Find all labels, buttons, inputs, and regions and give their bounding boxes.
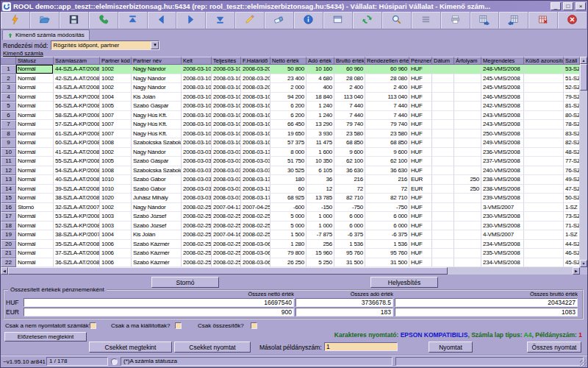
table-cell[interactable]: 6 200	[270, 111, 306, 121]
table-cell[interactable]: Szabó József	[132, 222, 182, 231]
info-button[interactable]	[294, 12, 323, 29]
table-cell[interactable]: HUF	[409, 65, 432, 74]
table-cell[interactable]: Normál	[16, 258, 54, 268]
row-number[interactable]: 18	[1, 222, 16, 231]
column-header[interactable]: Nettó érték	[270, 57, 306, 65]
list-button[interactable]	[412, 12, 441, 29]
table-cell[interactable]: HUF	[409, 249, 432, 258]
table-cell[interactable]: 28 080	[334, 74, 365, 84]
table-cell[interactable]	[454, 203, 481, 213]
table-row[interactable]: 20Normál35-SZLA-AT/20081006Szabó Kázmér2…	[1, 240, 580, 250]
table-cell[interactable]: 2008-03-03	[212, 148, 241, 158]
table-cell[interactable]: -750	[365, 203, 409, 213]
table-cell[interactable]: 2008-02-25	[241, 222, 270, 231]
column-header[interactable]: Külső azonosító	[524, 57, 564, 65]
table-cell[interactable]: 19 650	[270, 130, 306, 139]
table-cell[interactable]: 1 536	[365, 240, 409, 250]
table-cell[interactable]: 245-VMS/2008	[481, 74, 524, 84]
close-button[interactable]	[558, 12, 587, 29]
table-cell[interactable]: 2 000	[270, 83, 306, 93]
row-number[interactable]: 6	[1, 111, 16, 121]
maximize-button[interactable]: □	[563, 2, 573, 10]
table-row[interactable]: 7Normál57-SZLA-KP/20081007Nagy Hús Kft.2…	[1, 120, 580, 130]
close-window-button[interactable]: ×	[576, 2, 586, 10]
table-cell[interactable]: 250-VMS/2008	[481, 130, 524, 139]
table-row[interactable]: 9Normál60-SZLA-KP/20081008Szabolcska Sza…	[1, 138, 580, 148]
scroll-right-icon[interactable]: ▶	[573, 267, 580, 275]
row-number[interactable]: 13	[1, 175, 16, 185]
table-cell[interactable]: 1002	[100, 65, 132, 74]
table-cell[interactable]: 1008	[100, 138, 132, 148]
edit-button[interactable]	[235, 12, 265, 29]
table-cell[interactable]: 2008-03-03	[182, 185, 212, 194]
table-cell[interactable]: 1007	[100, 120, 132, 130]
table-cell[interactable]	[432, 120, 454, 130]
table-cell[interactable]	[454, 194, 481, 203]
table-cell[interactable]	[454, 83, 481, 93]
table-cell[interactable]	[524, 240, 564, 250]
table-cell[interactable]: 2008-03-03	[212, 194, 241, 203]
table-cell[interactable]: 12	[306, 185, 334, 194]
table-cell[interactable]: 59-SZLA-KP/2008	[54, 93, 100, 102]
table-cell[interactable]: 2008-03-20	[241, 65, 270, 74]
table-row[interactable]: 10Normál41-SZLA-AT/20081002Nagy Nándor20…	[1, 148, 580, 158]
table-row[interactable]: 1Normál44-SZLA-AT/20081002Nagy Nándor200…	[1, 65, 580, 74]
table-cell[interactable]: EUR	[409, 175, 432, 185]
table-row[interactable]: 22Normál36-SZLA-AT/20081006Szabó Kázmér2…	[1, 258, 580, 268]
table-cell[interactable]: Normál	[16, 249, 54, 258]
minimize-button[interactable]: _	[551, 2, 561, 10]
table-cell[interactable]: Normál	[16, 157, 54, 166]
table-cell[interactable]: 2008-03-10	[212, 93, 241, 102]
table-cell[interactable]: HUF	[409, 240, 432, 250]
row-number[interactable]: 12	[1, 166, 16, 176]
table-cell[interactable]: 13 290	[306, 120, 334, 130]
table-cell[interactable]: 51 750	[270, 157, 306, 166]
row-number[interactable]: 3	[1, 83, 16, 93]
table-cell[interactable]: -600	[270, 203, 306, 213]
table-cell[interactable]: 238-VMS/2008	[481, 175, 524, 185]
table-row[interactable]: 4Normál59-SZLA-KP/20081004Kis Jolán2008-…	[1, 93, 580, 102]
table-row[interactable]: 11Normál55-SZLA-KP/20081005Szabó Gáspár2…	[1, 157, 580, 166]
table-cell[interactable]: 6 000	[334, 212, 365, 222]
table-cell[interactable]: 2008-03-10	[212, 120, 241, 130]
row-number[interactable]: 7	[1, 120, 16, 130]
table-cell[interactable]: 57 375	[270, 138, 306, 148]
table-cell[interactable]: HUF	[409, 138, 432, 148]
table-cell[interactable]: 230-VMS/2008	[481, 222, 524, 231]
table-cell[interactable]: 47-SZ	[564, 185, 580, 194]
table-cell[interactable]: 239-VMS/2008	[481, 194, 524, 203]
table-cell[interactable]: 60 960	[365, 65, 409, 74]
table-cell[interactable]: 2008-03-20	[241, 74, 270, 84]
table-cell[interactable]: HUF	[409, 111, 432, 121]
scroll-bottom-button[interactable]	[206, 12, 235, 29]
table-cell[interactable]	[432, 166, 454, 176]
column-header[interactable]: Státusz	[16, 57, 54, 65]
table-cell[interactable]: 71-SZ	[564, 222, 580, 231]
table-cell[interactable]: 82 710	[365, 194, 409, 203]
column-header[interactable]: Bruttó érték	[334, 57, 365, 65]
table-cell[interactable]	[524, 203, 564, 213]
table-cell[interactable]	[432, 185, 454, 194]
table-cell[interactable]: 66 450	[270, 120, 306, 130]
masolat-input[interactable]: 1	[324, 342, 398, 351]
table-cell[interactable]: 2008-02-25	[241, 212, 270, 222]
table-cell[interactable]: 82 710	[334, 194, 365, 203]
table-cell[interactable]: 2008-03-10	[212, 102, 241, 111]
table-cell[interactable]: 77-SZ	[564, 157, 580, 166]
table-cell[interactable]: 243-VMS/2008	[481, 111, 524, 121]
scroll-up-icon[interactable]: ▲	[580, 57, 587, 64]
table-cell[interactable]: 82-SZ	[564, 138, 580, 148]
table-cell[interactable]: 2008-03-03	[212, 157, 241, 166]
table-cell[interactable]: HUF	[409, 83, 432, 93]
table-cell[interactable]	[432, 93, 454, 102]
table-cell[interactable]: 2008-03-06	[241, 249, 270, 258]
table-cell[interactable]: 246-VMS/2008	[481, 93, 524, 102]
table-cell[interactable]: 2008-02-25	[212, 249, 241, 258]
csekket-megtekint-button[interactable]: Csekket megtekint	[89, 342, 172, 353]
column-header[interactable]: Megrendelés	[481, 57, 524, 65]
table-cell[interactable]	[432, 65, 454, 74]
table-cell[interactable]	[454, 65, 481, 74]
column-header[interactable]: Kelt	[182, 57, 212, 65]
row-number[interactable]: 15	[1, 194, 16, 203]
table-cell[interactable]: 1 536	[334, 240, 365, 250]
